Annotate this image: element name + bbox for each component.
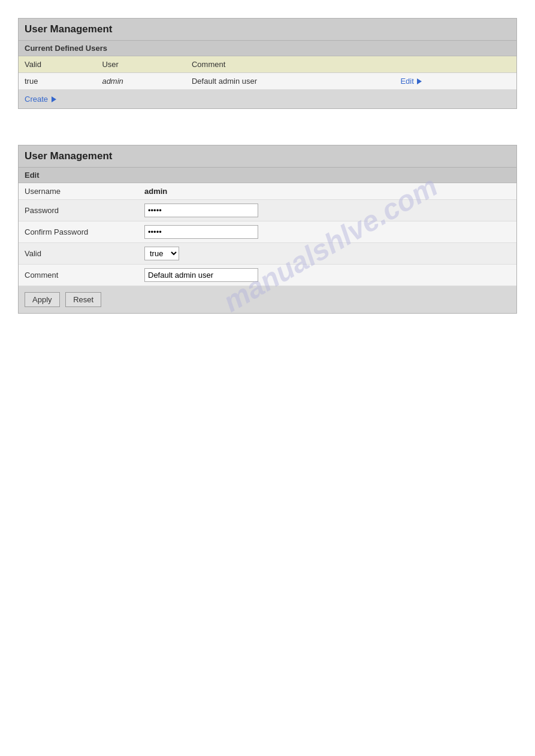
col-extra (484, 56, 516, 73)
valid-select[interactable]: true false (144, 247, 179, 260)
reset-button[interactable]: Reset (65, 292, 101, 307)
action-row: Apply Reset (19, 286, 516, 313)
col-valid: Valid (19, 56, 96, 73)
edit-link[interactable]: Edit (400, 77, 478, 86)
col-comment: Comment (186, 56, 394, 73)
panel-2-title: User Management (19, 145, 516, 168)
user-management-panel-2: User Management Edit Username admin Pass… (18, 145, 517, 314)
create-row: Create (19, 90, 516, 108)
edit-label: Edit (400, 77, 413, 86)
create-play-icon (52, 96, 56, 102)
label-confirm-password: Confirm Password (19, 221, 138, 243)
username-display: admin (144, 187, 167, 196)
panel-1-title: User Management (19, 19, 516, 41)
section-header-2: Edit (19, 168, 516, 183)
form-row-valid: Valid true false (19, 243, 516, 265)
user-name-italic: admin (102, 77, 123, 86)
value-password[interactable] (138, 200, 516, 221)
col-action (394, 56, 484, 73)
confirm-password-input[interactable] (144, 225, 258, 239)
comment-input[interactable] (144, 268, 258, 282)
section-header-1: Current Defined Users (19, 41, 516, 56)
table-row: true admin Default admin user Edit (19, 73, 516, 90)
label-password: Password (19, 200, 138, 221)
value-username: admin (138, 183, 516, 200)
play-icon (417, 78, 422, 84)
password-input[interactable] (144, 204, 258, 217)
value-confirm-password[interactable] (138, 221, 516, 243)
form-row-username: Username admin (19, 183, 516, 200)
col-user: User (96, 56, 186, 73)
create-link[interactable]: Create (25, 95, 56, 104)
label-comment: Comment (19, 265, 138, 286)
user-comment: Default admin user (186, 73, 394, 90)
user-management-panel-1: User Management Current Defined Users Va… (18, 18, 517, 109)
apply-button[interactable]: Apply (25, 292, 60, 307)
user-valid: true (19, 73, 96, 90)
form-row-comment: Comment (19, 265, 516, 286)
extra-cell (484, 73, 516, 90)
value-comment[interactable] (138, 265, 516, 286)
value-valid[interactable]: true false (138, 243, 516, 265)
form-row-confirm-password: Confirm Password (19, 221, 516, 243)
label-valid: Valid (19, 243, 138, 265)
user-name: admin (96, 73, 186, 90)
create-label: Create (25, 95, 48, 104)
form-row-password: Password (19, 200, 516, 221)
table-header-row: Valid User Comment (19, 56, 516, 73)
label-username: Username (19, 183, 138, 200)
edit-form-table: Username admin Password Confirm Password (19, 183, 516, 286)
users-table: Valid User Comment true admin Default ad… (19, 56, 516, 90)
edit-cell[interactable]: Edit (394, 73, 484, 90)
